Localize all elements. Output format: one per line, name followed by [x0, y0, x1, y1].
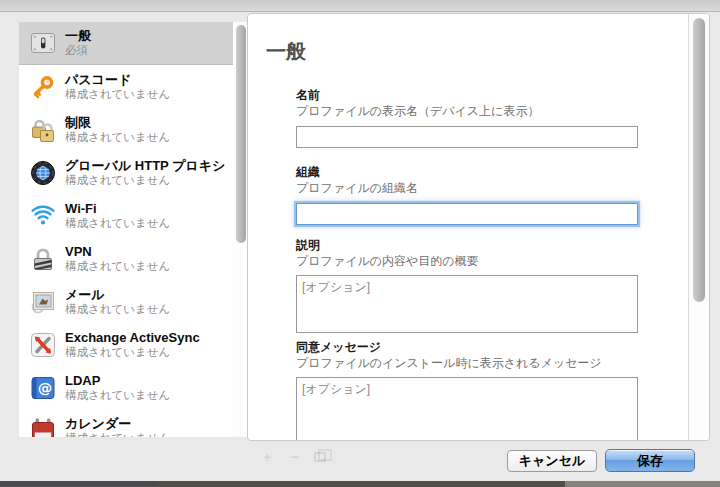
sidebar-item-status: 構成されていません: [65, 302, 170, 317]
sidebar-item-exchange[interactable]: Exchange ActiveSync 構成されていません: [19, 323, 233, 366]
sidebar-item-status: 構成されていません: [65, 259, 170, 274]
sidebar-item-ldap[interactable]: @ LDAP 構成されていません: [19, 366, 233, 409]
calendar-icon: [30, 418, 56, 438]
sidebar-item-label: 制限: [65, 115, 170, 130]
sidebar-item-label: パスコード: [65, 72, 170, 87]
sidebar-item-status: 必須: [65, 43, 91, 58]
consent-label: 同意メッセージ: [296, 340, 638, 355]
wifi-icon: [30, 203, 56, 229]
consent-textarea[interactable]: [オプション]: [296, 377, 638, 441]
sidebar-item-status: 構成されていません: [65, 345, 200, 360]
svg-text:@: @: [38, 380, 53, 396]
sidebar-item-label: Exchange ActiveSync: [65, 330, 200, 345]
panel-title: 一般: [266, 38, 306, 65]
sidebar-item-status: 構成されていません: [65, 388, 170, 403]
name-description: プロファイルの表示名（デバイス上に表示）: [296, 104, 638, 119]
passcode-icon: [30, 74, 56, 100]
sidebar-item-status: 構成されていません: [65, 130, 170, 145]
sidebar-item-status: 構成されていません: [65, 173, 225, 188]
sidebar-item-label: 一般: [65, 28, 91, 43]
sidebar-item-general[interactable]: 一般 必須: [19, 22, 233, 65]
organization-description: プロファイルの組織名: [296, 181, 638, 196]
name-label: 名前: [296, 88, 638, 103]
vpn-icon: [30, 246, 56, 272]
description-label: 説明: [296, 238, 638, 253]
consent-description: プロファイルのインストール時に表示されるメッセージ: [296, 356, 638, 371]
general-icon: [30, 30, 56, 56]
remove-payload-button[interactable]: −: [291, 448, 300, 465]
profile-editor-sheet: 一般 必須 パスコード 構成されていません: [0, 0, 720, 487]
field-description: 説明 プロファイルの内容や目的の概要 [オプション]: [296, 238, 638, 333]
sidebar-item-label: メール: [65, 287, 170, 302]
panel-scrollbar[interactable]: [688, 14, 709, 440]
sidebar-item-status: 構成されていません: [65, 87, 170, 102]
description-description: プロファイルの内容や目的の概要: [296, 254, 638, 269]
sidebar-item-status: 構成されていません: [65, 216, 170, 231]
cancel-button[interactable]: キャンセル: [507, 450, 597, 472]
sidebar-item-global-http-proxy[interactable]: グローバル HTTP プロキシ 構成されていません: [19, 151, 233, 194]
sidebar-scrollbar-thumb[interactable]: [236, 25, 246, 243]
sidebar-item-status: 構成されていません: [65, 431, 170, 438]
sidebar-scrollbar[interactable]: [233, 22, 248, 437]
organization-label: 組織: [296, 165, 638, 180]
panel-scrollbar-thumb[interactable]: [693, 18, 705, 302]
mail-icon: [30, 289, 56, 315]
sidebar-item-label: カレンダー: [65, 416, 170, 431]
payload-sidebar: 一般 必須 パスコード 構成されていません: [19, 22, 248, 437]
sidebar-item-restrictions[interactable]: 制限 構成されていません: [19, 108, 233, 151]
general-form: 名前 プロファイルの表示名（デバイス上に表示） 組織 プロファイルの組織名 説明…: [296, 88, 638, 441]
window-top-strip: [0, 0, 720, 12]
sidebar-item-label: Wi-Fi: [65, 201, 170, 216]
restrictions-icon: [30, 117, 56, 143]
field-name: 名前 プロファイルの表示名（デバイス上に表示）: [296, 88, 638, 148]
field-organization: 組織 プロファイルの組織名: [296, 165, 638, 225]
add-payload-button[interactable]: +: [263, 448, 272, 465]
sidebar-item-label: VPN: [65, 244, 170, 259]
sidebar-item-passcode[interactable]: パスコード 構成されていません: [19, 65, 233, 108]
description-textarea[interactable]: [オプション]: [296, 275, 638, 333]
organization-input[interactable]: [296, 203, 638, 225]
sidebar-item-label: グローバル HTTP プロキシ: [65, 158, 225, 173]
field-consent-message: 同意メッセージ プロファイルのインストール時に表示されるメッセージ [オプション…: [296, 340, 638, 441]
exchange-icon: [30, 332, 56, 358]
sidebar-item-mail[interactable]: メール 構成されていません: [19, 280, 233, 323]
name-input[interactable]: [296, 126, 638, 148]
proxy-icon: [30, 160, 56, 186]
save-button[interactable]: 保存: [605, 449, 695, 472]
sidebar-item-calendar[interactable]: カレンダー 構成されていません: [19, 409, 233, 437]
window-bottom-strip: [0, 481, 720, 487]
duplicate-icon[interactable]: [314, 452, 326, 462]
payload-list: 一般 必須 パスコード 構成されていません: [19, 22, 233, 437]
sidebar-item-label: LDAP: [65, 373, 170, 388]
general-panel: 一般 名前 プロファイルの表示名（デバイス上に表示） 組織 プロファイルの組織名…: [247, 13, 710, 441]
sidebar-item-vpn[interactable]: VPN 構成されていません: [19, 237, 233, 280]
sidebar-item-wifi[interactable]: Wi-Fi 構成されていません: [19, 194, 233, 237]
ldap-icon: @: [30, 375, 56, 401]
